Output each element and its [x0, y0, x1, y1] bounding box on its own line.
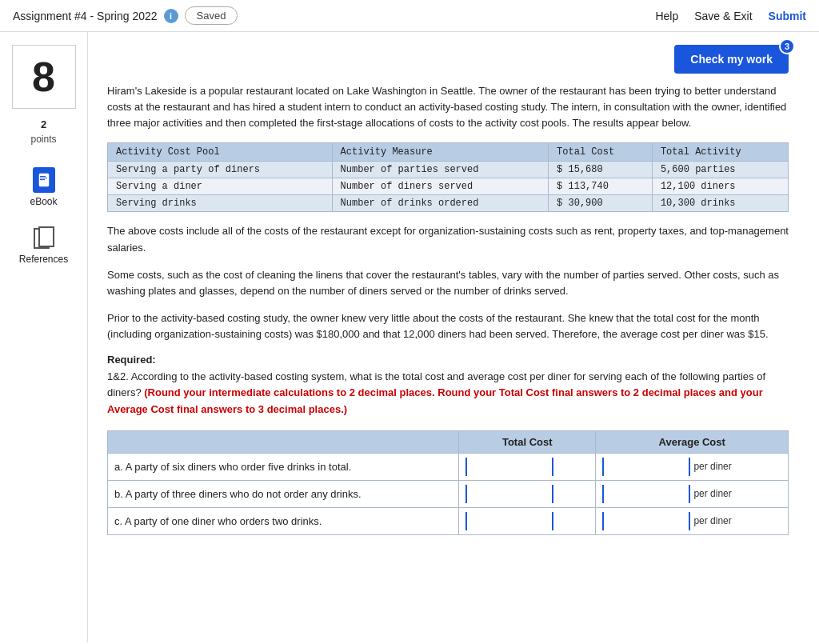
check-work-badge: 3	[779, 38, 795, 54]
activity-row-0-cell-3: 5,600 parties	[652, 162, 788, 178]
answer-row-0-per-diner: per diner	[693, 461, 731, 472]
answer-col-header-1: Total Cost	[459, 430, 596, 453]
references-button[interactable]: References	[13, 220, 74, 271]
save-exit-link[interactable]: Save & Exit	[694, 10, 752, 22]
content-area: Check my work 3 Hiram's Lakeside is a po…	[88, 32, 808, 642]
activity-col-header-0: Activity Cost Pool	[108, 143, 333, 162]
ebook-icon	[33, 167, 55, 193]
answer-row-0-total-cost-cell[interactable]	[459, 453, 596, 480]
svg-rect-2	[40, 178, 47, 178]
saved-badge: Saved	[185, 6, 238, 25]
answer-row-1-label: b. A party of three diners who do not or…	[108, 480, 459, 507]
answer-row-2-label: c. A party of one diner who orders two d…	[108, 507, 459, 534]
answer-col-header-2: Average Cost	[596, 430, 789, 453]
activity-row-0-cell-0: Serving a party of diners	[108, 162, 333, 178]
references-icon	[34, 226, 54, 250]
assignment-title-area: Assignment #4 - Spring 2022 i Saved	[13, 6, 238, 25]
question-text: 1&2. According to the activity-based cos…	[107, 369, 789, 417]
top-bar: Assignment #4 - Spring 2022 i Saved Help…	[0, 0, 819, 32]
question-number: 8	[32, 53, 55, 101]
help-link[interactable]: Help	[655, 10, 678, 22]
submit-button[interactable]: Submit	[769, 10, 806, 22]
activity-row-2-cell-1: Number of drinks ordered	[332, 195, 549, 212]
required-label: Required:	[107, 354, 789, 366]
answer-row-0-avg-cost-input[interactable]	[602, 458, 690, 476]
activity-col-header-3: Total Activity	[652, 143, 788, 162]
answer-row-2-total-cost-input[interactable]	[465, 512, 553, 530]
check-work-area: Check my work 3	[107, 45, 789, 74]
instruction-red: (Round your intermediate calculations to…	[107, 386, 763, 414]
answer-row-2-per-diner: per diner	[693, 515, 731, 526]
activity-row-2-cell-2: $ 30,900	[549, 195, 653, 212]
answer-row-2-avg-cost-cell[interactable]: per diner	[596, 507, 789, 534]
answer-row-1-total-cost-input[interactable]	[465, 485, 553, 503]
points-value: 2	[41, 118, 46, 130]
answer-row-1-per-diner: per diner	[693, 488, 731, 499]
references-label: References	[19, 254, 68, 265]
intro-paragraph: Hiram's Lakeside is a popular restaurant…	[107, 83, 789, 131]
activity-row-0-cell-1: Number of parties served	[332, 162, 549, 178]
activity-row-1-cell-0: Serving a diner	[108, 178, 333, 195]
assignment-title: Assignment #4 - Spring 2022	[13, 10, 158, 22]
answer-row-0-total-cost-input[interactable]	[465, 458, 553, 476]
question-number-box: 8	[12, 45, 76, 109]
para3: Prior to the activity-based costing stud…	[107, 310, 789, 342]
table-row: b. A party of three diners who do not or…	[108, 480, 789, 507]
answer-row-2-avg-cost-input[interactable]	[602, 512, 690, 530]
main-layout: 8 2 points eBook References	[0, 32, 819, 642]
activity-row-1-cell-1: Number of diners served	[332, 178, 549, 195]
points-label: points	[30, 134, 56, 145]
table-row: a. A party of six diners who order five …	[108, 453, 789, 480]
answer-row-1-avg-cost-cell[interactable]: per diner	[596, 480, 789, 507]
activity-row-0-cell-2: $ 15,680	[549, 162, 653, 178]
answer-row-0-label: a. A party of six diners who order five …	[108, 453, 459, 480]
answer-row-0-avg-cost-cell[interactable]: per diner	[596, 453, 789, 480]
ebook-button[interactable]: eBook	[23, 161, 63, 214]
activity-table: Activity Cost Pool Activity Measure Tota…	[107, 142, 789, 212]
answer-table: Total Cost Average Cost a. A party of si…	[107, 430, 789, 535]
para2: Some costs, such as the cost of cleaning…	[107, 267, 789, 299]
table-row: c. A party of one diner who orders two d…	[108, 507, 789, 534]
top-bar-actions: Help Save & Exit Submit	[655, 10, 806, 22]
svg-rect-1	[40, 176, 46, 177]
answer-row-1-total-cost-cell[interactable]	[459, 480, 596, 507]
activity-col-header-2: Total Cost	[549, 143, 653, 162]
answer-row-2-total-cost-cell[interactable]	[459, 507, 596, 534]
answer-table-wrap: Total Cost Average Cost a. A party of si…	[107, 430, 789, 535]
ebook-label: eBook	[30, 196, 57, 207]
para1: The above costs include all of the costs…	[107, 223, 789, 255]
activity-row-1-cell-2: $ 113,740	[549, 178, 653, 195]
activity-row-2-cell-3: 10,300 drinks	[652, 195, 788, 212]
check-work-button[interactable]: Check my work 3	[674, 45, 789, 74]
info-icon[interactable]: i	[164, 9, 178, 23]
activity-row-1-cell-3: 12,100 diners	[652, 178, 788, 195]
activity-row-2-cell-0: Serving drinks	[108, 195, 333, 212]
activity-col-header-1: Activity Measure	[332, 143, 549, 162]
sidebar: 8 2 points eBook References	[0, 32, 88, 642]
answer-row-1-avg-cost-input[interactable]	[602, 485, 690, 503]
answer-col-header-0	[108, 430, 459, 453]
svg-rect-3	[40, 179, 45, 180]
